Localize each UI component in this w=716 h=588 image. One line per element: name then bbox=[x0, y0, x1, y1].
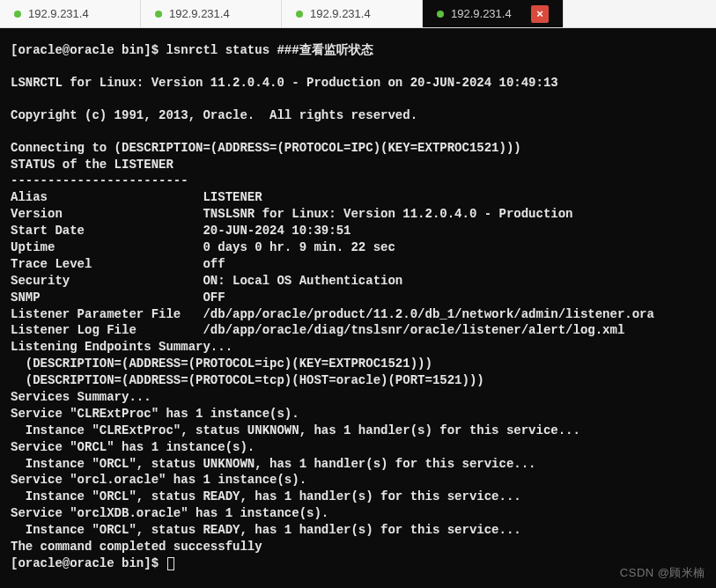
output-line: Services Summary... bbox=[11, 390, 151, 404]
kv-row: SNMP OFF bbox=[11, 290, 225, 305]
kv-val: off bbox=[203, 257, 225, 271]
output-line: (DESCRIPTION=(ADDRESS=(PROTOCOL=ipc)(KEY… bbox=[11, 356, 432, 371]
output-line: STATUS of the LISTENER bbox=[11, 158, 173, 172]
kv-key: Start Date bbox=[11, 224, 203, 238]
blank-line bbox=[11, 59, 705, 75]
output-line: ------------------------ bbox=[11, 173, 188, 187]
output-line: (DESCRIPTION=(ADDRESS=(PROTOCOL=tcp)(HOS… bbox=[11, 373, 484, 387]
watermark-text: CSDN @顾米楠 bbox=[620, 565, 705, 581]
output-line: LSNRCTL for Linux: Version 11.2.0.4.0 - … bbox=[11, 76, 558, 90]
kv-key: Alias bbox=[11, 190, 203, 204]
output-line: Copyright (c) 1991, 2013, Oracle. All ri… bbox=[11, 108, 417, 122]
tab-label: 192.9.231.4 bbox=[28, 7, 89, 20]
output-line: Instance "ORCL", status READY, has 1 han… bbox=[11, 489, 521, 503]
shell-prompt: [oracle@oracle bin]$ bbox=[11, 43, 166, 57]
close-icon: × bbox=[536, 7, 543, 20]
output-line: Instance "ORCL", status READY, has 1 han… bbox=[11, 523, 521, 537]
kv-key: Version bbox=[11, 207, 203, 221]
tab-label: 192.9.231.4 bbox=[169, 7, 230, 20]
kv-key: Trace Level bbox=[11, 257, 203, 271]
kv-key: SNMP bbox=[11, 290, 203, 305]
kv-row: Security ON: Local OS Authentication bbox=[11, 274, 402, 288]
output-line: Connecting to (DESCRIPTION=(ADDRESS=(PRO… bbox=[11, 141, 521, 155]
kv-val: TNSLSNR for Linux: Version 11.2.0.4.0 - … bbox=[203, 207, 572, 221]
kv-key: Listener Parameter File bbox=[11, 307, 203, 321]
kv-row: Version TNSLSNR for Linux: Version 11.2.… bbox=[11, 207, 573, 221]
kv-row: Start Date 20-JUN-2024 10:39:51 bbox=[11, 224, 351, 238]
shell-prompt: [oracle@oracle bin]$ bbox=[11, 556, 166, 570]
tab-label: 192.9.231.4 bbox=[310, 7, 371, 20]
output-line: Service "CLRExtProc" has 1 instance(s). bbox=[11, 407, 299, 421]
terminal-output[interactable]: [oracle@oracle bin]$ lsnrctl status ###查… bbox=[0, 28, 716, 583]
kv-key: Security bbox=[11, 274, 203, 288]
output-line: Instance "ORCL", status UNKNOWN, has 1 h… bbox=[11, 457, 536, 471]
output-line: Listening Endpoints Summary... bbox=[11, 340, 233, 354]
output-line: The command completed successfully bbox=[11, 540, 262, 554]
kv-row: Trace Level off bbox=[11, 257, 225, 271]
kv-key: Uptime bbox=[11, 240, 203, 254]
kv-val: /db/app/oracle/product/11.2.0/db_1/netwo… bbox=[203, 307, 653, 321]
command-text: lsnrctl status ###查看监听状态 bbox=[166, 43, 373, 57]
output-line: Service "orcl.oracle" has 1 instance(s). bbox=[11, 473, 306, 487]
status-dot-icon bbox=[296, 11, 303, 18]
tab-3[interactable]: 192.9.231.4 bbox=[282, 0, 423, 27]
blank-line bbox=[11, 124, 705, 140]
cursor-icon bbox=[167, 557, 174, 570]
kv-val: OFF bbox=[203, 290, 225, 305]
tab-bar: 192.9.231.4 192.9.231.4 192.9.231.4 192.… bbox=[0, 0, 716, 28]
kv-row: Listener Log File /db/app/oracle/diag/tn… bbox=[11, 323, 624, 337]
close-tab-button[interactable]: × bbox=[531, 5, 549, 23]
kv-row: Uptime 0 days 0 hr. 9 min. 22 sec bbox=[11, 240, 395, 254]
tab-4-active[interactable]: 192.9.231.4 × bbox=[423, 0, 564, 27]
status-dot-icon bbox=[437, 11, 444, 18]
output-line: Service "ORCL" has 1 instance(s). bbox=[11, 440, 255, 454]
status-dot-icon bbox=[155, 11, 162, 18]
kv-row: Listener Parameter File /db/app/oracle/p… bbox=[11, 307, 654, 321]
tab-1[interactable]: 192.9.231.4 bbox=[0, 0, 141, 27]
kv-key: Listener Log File bbox=[11, 323, 203, 337]
kv-val: LISTENER bbox=[203, 190, 262, 204]
kv-row: Alias LISTENER bbox=[11, 190, 262, 204]
kv-val: /db/app/oracle/diag/tnslsnr/oracle/liste… bbox=[203, 323, 624, 337]
output-line: Instance "CLRExtProc", status UNKNOWN, h… bbox=[11, 423, 580, 437]
kv-val: 0 days 0 hr. 9 min. 22 sec bbox=[203, 240, 395, 254]
blank-line bbox=[11, 92, 705, 107]
tab-label: 192.9.231.4 bbox=[451, 7, 512, 20]
status-dot-icon bbox=[14, 11, 21, 18]
kv-val: ON: Local OS Authentication bbox=[203, 274, 402, 288]
tab-2[interactable]: 192.9.231.4 bbox=[141, 0, 282, 27]
output-line: Service "orclXDB.oracle" has 1 instance(… bbox=[11, 506, 328, 520]
kv-val: 20-JUN-2024 10:39:51 bbox=[203, 224, 351, 238]
